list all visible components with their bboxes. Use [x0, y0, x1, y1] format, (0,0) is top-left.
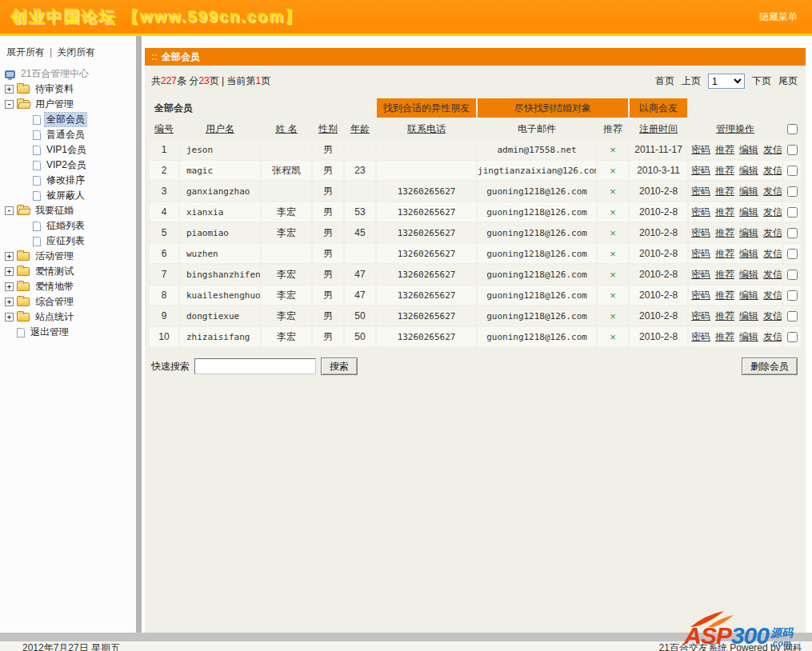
- sidebar-item[interactable]: 修改排序: [5, 173, 136, 188]
- op-recommend[interactable]: 推荐: [715, 186, 734, 197]
- op-send-message[interactable]: 发信: [763, 227, 782, 238]
- sidebar-item-label[interactable]: 站点统计: [34, 310, 75, 324]
- sidebar-item-label[interactable]: 应征列表: [45, 234, 86, 248]
- sidebar-item[interactable]: +活动管理: [5, 249, 136, 264]
- op-recommend[interactable]: 推荐: [715, 206, 734, 218]
- collapse-icon[interactable]: -: [5, 100, 14, 109]
- sidebar-item-label[interactable]: 被屏蔽人: [45, 189, 86, 202]
- op-recommend[interactable]: 推荐: [715, 331, 734, 342]
- sidebar-item[interactable]: 被屏蔽人: [5, 188, 136, 203]
- op-send-message[interactable]: 发信: [763, 331, 782, 342]
- sidebar-item-label[interactable]: 全部会员: [45, 113, 86, 126]
- sidebar-item[interactable]: 征婚列表: [5, 218, 136, 234]
- op-recommend[interactable]: 推荐: [715, 269, 734, 280]
- prev-page-link[interactable]: 上页: [682, 74, 701, 88]
- sidebar-item[interactable]: +综合管理: [5, 294, 136, 310]
- column-header[interactable]: 编号: [150, 119, 178, 138]
- op-password[interactable]: 密码: [691, 186, 710, 197]
- op-recommend[interactable]: 推荐: [715, 248, 734, 259]
- sidebar-item[interactable]: +待审资料: [5, 82, 136, 97]
- sidebar-item-label[interactable]: 爱情地带: [34, 280, 75, 294]
- op-edit[interactable]: 编辑: [739, 144, 758, 155]
- row-checkbox[interactable]: [787, 228, 798, 238]
- column-header[interactable]: 性别: [313, 119, 343, 138]
- op-edit[interactable]: 编辑: [739, 165, 758, 176]
- sidebar-item-label[interactable]: 21百合管理中心: [19, 67, 90, 81]
- op-password[interactable]: 密码: [691, 248, 710, 259]
- hide-menu-link[interactable]: 隐藏菜单: [759, 10, 798, 24]
- op-password[interactable]: 密码: [691, 206, 710, 218]
- last-page-link[interactable]: 尾页: [778, 74, 798, 88]
- op-recommend[interactable]: 推荐: [715, 144, 734, 155]
- expand-icon[interactable]: +: [5, 252, 14, 261]
- select-all-checkbox[interactable]: [787, 124, 798, 134]
- sidebar-item[interactable]: 应征列表: [5, 234, 136, 249]
- sidebar-item[interactable]: 退出管理: [5, 325, 136, 340]
- sidebar-item[interactable]: +爱情地带: [5, 279, 136, 294]
- op-send-message[interactable]: 发信: [763, 248, 782, 259]
- row-checkbox[interactable]: [787, 249, 798, 259]
- row-checkbox[interactable]: [787, 145, 798, 155]
- expand-icon[interactable]: +: [5, 85, 14, 94]
- sidebar-item[interactable]: 全部会员: [5, 112, 136, 127]
- column-header[interactable]: 年龄: [345, 119, 375, 138]
- op-send-message[interactable]: 发信: [763, 290, 782, 301]
- op-edit[interactable]: 编辑: [739, 248, 758, 259]
- sidebar-item[interactable]: VIP2会员: [5, 158, 136, 173]
- sidebar-item-label[interactable]: 活动管理: [34, 250, 75, 263]
- op-send-message[interactable]: 发信: [763, 310, 782, 322]
- row-checkbox[interactable]: [787, 207, 798, 218]
- sidebar-item-label[interactable]: 我要征婚: [34, 204, 75, 218]
- column-header[interactable]: 联系电话: [377, 119, 476, 138]
- search-button[interactable]: 搜索: [321, 357, 358, 375]
- expand-icon[interactable]: +: [5, 267, 14, 276]
- row-checkbox[interactable]: [787, 166, 798, 176]
- expand-icon[interactable]: +: [5, 282, 14, 291]
- op-recommend[interactable]: 推荐: [715, 165, 734, 176]
- sidebar-item-label[interactable]: 普通会员: [45, 128, 86, 142]
- collapse-all-link[interactable]: 关闭所有: [57, 46, 95, 58]
- sidebar-item-label[interactable]: 退出管理: [29, 326, 70, 339]
- op-password[interactable]: 密码: [691, 331, 710, 342]
- op-password[interactable]: 密码: [691, 144, 710, 155]
- op-edit[interactable]: 编辑: [739, 227, 758, 238]
- op-send-message[interactable]: 发信: [763, 165, 782, 176]
- column-header[interactable]: 注册时间: [630, 119, 687, 138]
- delete-members-button[interactable]: 删除会员: [742, 357, 798, 375]
- sidebar-item-label[interactable]: 待审资料: [34, 82, 75, 96]
- op-edit[interactable]: 编辑: [739, 186, 758, 197]
- expand-icon[interactable]: +: [5, 313, 14, 322]
- op-password[interactable]: 密码: [691, 227, 710, 238]
- op-send-message[interactable]: 发信: [763, 186, 782, 197]
- op-recommend[interactable]: 推荐: [715, 290, 734, 301]
- sidebar-item-label[interactable]: 爱情测试: [34, 265, 75, 278]
- op-recommend[interactable]: 推荐: [715, 310, 734, 322]
- sidebar-item[interactable]: -我要征婚: [5, 203, 136, 218]
- column-header[interactable]: 管理操作: [689, 119, 782, 138]
- expand-all-link[interactable]: 展开所有: [6, 46, 45, 58]
- op-edit[interactable]: 编辑: [739, 331, 758, 342]
- op-password[interactable]: 密码: [691, 290, 710, 301]
- sidebar-item-label[interactable]: 修改排序: [45, 174, 86, 187]
- op-edit[interactable]: 编辑: [739, 310, 758, 322]
- op-edit[interactable]: 编辑: [739, 206, 758, 218]
- row-checkbox[interactable]: [787, 311, 798, 322]
- op-send-message[interactable]: 发信: [763, 269, 782, 280]
- first-page-link[interactable]: 首页: [655, 74, 674, 88]
- column-header[interactable]: 姓 名: [262, 119, 311, 138]
- op-password[interactable]: 密码: [691, 310, 710, 322]
- op-edit[interactable]: 编辑: [739, 269, 758, 280]
- next-page-link[interactable]: 下页: [752, 74, 771, 88]
- sidebar-item-label[interactable]: VIP1会员: [45, 143, 88, 157]
- sidebar-item-label[interactable]: VIP2会员: [45, 158, 88, 172]
- sidebar-item-label[interactable]: 征婚列表: [45, 219, 86, 233]
- collapse-icon[interactable]: -: [5, 206, 14, 215]
- sidebar-item-label[interactable]: 综合管理: [34, 295, 75, 309]
- row-checkbox[interactable]: [787, 332, 798, 342]
- sidebar-item[interactable]: -用户管理: [5, 97, 136, 112]
- sidebar-item[interactable]: +站点统计: [5, 310, 136, 325]
- row-checkbox[interactable]: [787, 290, 798, 301]
- op-send-message[interactable]: 发信: [763, 144, 782, 155]
- sidebar-item[interactable]: VIP1会员: [5, 142, 136, 158]
- quick-search-input[interactable]: [194, 358, 316, 374]
